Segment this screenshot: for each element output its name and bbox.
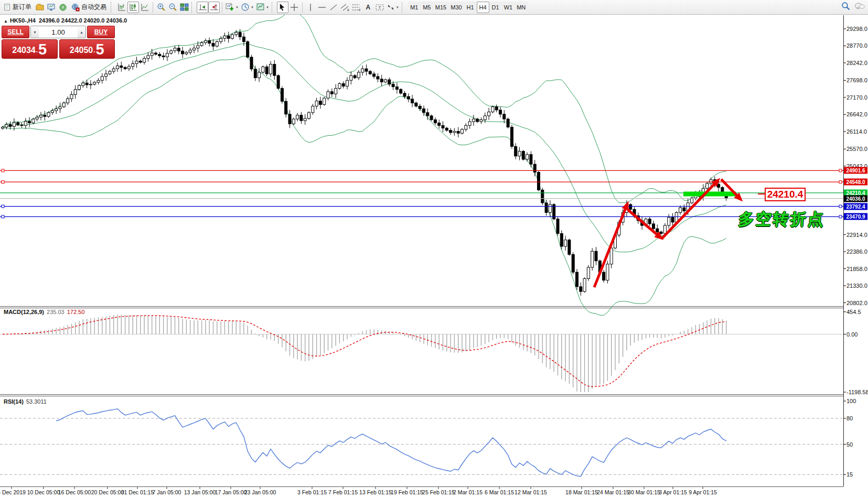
autotrading-icon xyxy=(71,3,80,12)
candlestick-chart-button[interactable] xyxy=(127,2,139,13)
line-chart-button[interactable] xyxy=(139,2,151,13)
text-tool[interactable]: A xyxy=(362,2,374,13)
fibonacci-icon: F xyxy=(352,3,361,12)
ask-frac: 5 xyxy=(96,42,104,57)
folder-icon xyxy=(36,3,44,12)
timeframe-bar: M1M5M15M30H1H4D1W1MN xyxy=(408,2,528,13)
volume-spinner: ▼ ▲ xyxy=(30,26,86,38)
price-axis[interactable] xyxy=(844,16,868,486)
zoom-out-button[interactable] xyxy=(167,2,178,13)
horizontal-line-tool[interactable] xyxy=(316,2,328,13)
collapse-triangle-icon[interactable]: ▲ xyxy=(4,19,8,24)
tile-windows-button[interactable] xyxy=(178,2,190,13)
trendline-icon xyxy=(329,3,338,12)
market-watch-button[interactable] xyxy=(46,2,57,13)
toolbar-separator xyxy=(302,2,303,13)
fibonacci-tool[interactable]: F xyxy=(351,2,362,13)
zoom-in-button[interactable] xyxy=(155,2,167,13)
pane-divider[interactable] xyxy=(0,306,843,307)
auto-trading-button[interactable]: 自动交易 xyxy=(69,2,109,13)
price-level-callout[interactable]: 24210.4 xyxy=(765,188,806,201)
signal-icon xyxy=(59,3,67,12)
ohlc-low: 24020.0 xyxy=(84,17,105,24)
timeframe-m5[interactable]: M5 xyxy=(421,2,433,13)
rsi-pane-surface[interactable] xyxy=(0,396,843,486)
text-label-tool[interactable]: T xyxy=(374,2,385,13)
timeframe-d1[interactable]: D1 xyxy=(489,2,502,13)
macd-signal-value: 172.50 xyxy=(67,309,85,315)
new-order-icon xyxy=(4,4,11,11)
vertical-line-tool[interactable] xyxy=(305,2,316,13)
tile-windows-icon xyxy=(180,3,189,12)
zoom-in-icon xyxy=(157,3,166,12)
new-order-label: 新订单 xyxy=(13,3,31,12)
new-chart-button[interactable]: ▼ xyxy=(224,2,240,13)
main-chart-surface[interactable] xyxy=(0,16,843,306)
turning-point-note[interactable]: 多空转折点 xyxy=(738,209,834,230)
macd-pane-surface[interactable] xyxy=(0,308,843,394)
crosshair-button[interactable] xyxy=(288,2,300,13)
templates-button[interactable]: ▼ xyxy=(255,2,270,13)
equidistant-channel-tool[interactable]: E xyxy=(339,2,351,13)
timeframe-h4[interactable]: H4 xyxy=(477,2,489,13)
timeframe-h1[interactable]: H1 xyxy=(464,2,477,13)
ask-price-tile[interactable]: 24050.5 xyxy=(59,39,115,59)
toolbar-gripper xyxy=(402,2,404,13)
horizontal-line-icon xyxy=(318,3,326,12)
timeframe-m15[interactable]: M15 xyxy=(433,2,448,13)
toolbar-gripper xyxy=(191,2,194,13)
chart-shift-icon xyxy=(210,3,219,12)
svg-text:E: E xyxy=(347,8,349,12)
one-click-trading-panel: SELL ▼ ▲ BUY 24034.5 24050.5 xyxy=(2,26,115,59)
zoom-out-icon xyxy=(168,3,177,12)
toolbar-separator xyxy=(222,2,222,13)
bid-frac: 5 xyxy=(38,42,47,57)
auto-scroll-button[interactable] xyxy=(197,2,208,13)
volume-increase-button[interactable]: ▲ xyxy=(78,26,85,38)
chevron-down-icon: ▼ xyxy=(235,6,239,9)
timeframe-w1[interactable]: W1 xyxy=(502,2,515,13)
macd-name: MACD(12,26,9) xyxy=(4,309,44,315)
macd-main-value: 235.03 xyxy=(47,309,65,315)
clock-icon xyxy=(241,3,250,12)
chart-title: ▲HK50-,H4 24396.0 24422.0 24020.0 24036.… xyxy=(4,17,127,24)
volume-decrease-button[interactable]: ▼ xyxy=(31,26,39,38)
time-axis-border xyxy=(0,486,843,487)
bar-chart-button[interactable] xyxy=(116,2,127,13)
profiles-button[interactable] xyxy=(34,2,46,13)
bid-main: 24034 xyxy=(12,44,36,57)
navigator-button[interactable] xyxy=(57,2,69,13)
chart-shift-button[interactable] xyxy=(208,2,220,13)
time-axis[interactable] xyxy=(0,488,843,498)
ask-dot: . xyxy=(93,44,95,57)
timeframe-mn[interactable]: MN xyxy=(515,2,528,13)
cursor-button[interactable] xyxy=(277,2,288,13)
search-icon[interactable] xyxy=(841,2,850,10)
chevron-down-icon: ▼ xyxy=(266,6,269,9)
toolbar: 新订单 自动交易 xyxy=(0,0,868,15)
buy-button[interactable]: BUY xyxy=(87,26,115,38)
periods-button[interactable]: ▼ xyxy=(240,2,255,13)
timeframe-m30[interactable]: M30 xyxy=(448,2,464,13)
arrows-icon xyxy=(387,3,395,12)
toolbar-gripper xyxy=(111,2,113,13)
ohlc-high: 24422.0 xyxy=(61,17,82,24)
chat-icon[interactable] xyxy=(854,2,865,10)
bid-dot: . xyxy=(36,44,38,57)
volume-input[interactable] xyxy=(39,26,78,38)
new-order-button[interactable]: 新订单 xyxy=(1,2,34,13)
sell-button[interactable]: SELL xyxy=(2,26,29,38)
timeframe-m1[interactable]: M1 xyxy=(408,2,421,13)
toolbar-separator xyxy=(153,2,153,13)
pane-divider[interactable] xyxy=(0,394,843,395)
auto-scroll-icon xyxy=(198,3,207,12)
line-chart-icon xyxy=(141,3,149,12)
bar-chart-icon xyxy=(117,3,126,12)
label-icon: T xyxy=(375,3,384,12)
svg-text:F: F xyxy=(359,8,361,12)
bid-price-tile[interactable]: 24034.5 xyxy=(2,39,58,59)
arrows-tool[interactable]: ▼ xyxy=(385,2,400,13)
chevron-down-icon: ▼ xyxy=(396,6,399,9)
macd-label: MACD(12,26,9)235.03172.50 xyxy=(4,309,84,315)
trendline-tool[interactable] xyxy=(328,2,339,13)
